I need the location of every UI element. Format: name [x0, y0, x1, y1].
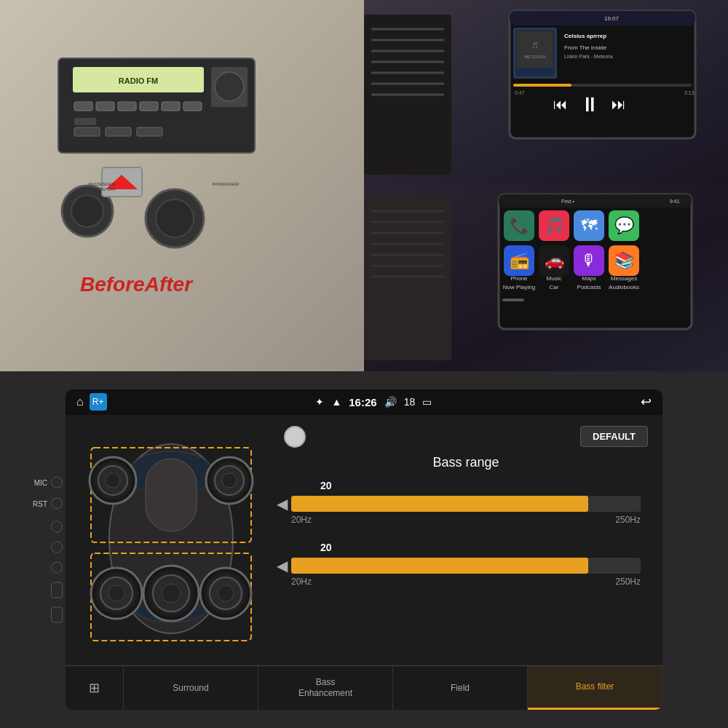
tab-field[interactable]: Field [393, 666, 528, 710]
slider2-min-label: 20Hz [291, 577, 312, 587]
slider1-value: 20 [320, 480, 332, 491]
svg-text:🗺: 🗺 [581, 216, 598, 234]
svg-point-108 [108, 585, 124, 601]
svg-rect-1 [0, 0, 364, 371]
mic-label: MIC [34, 478, 47, 486]
slider1-fill [291, 496, 588, 512]
svg-rect-15 [106, 127, 131, 136]
default-button[interactable]: DEFAULT [580, 426, 648, 447]
svg-text:19:07: 19:07 [604, 15, 620, 22]
tab-bass-enhancement[interactable]: Bass Enhancement [258, 666, 393, 710]
surround-tab-label: Surround [173, 683, 208, 693]
svg-rect-9 [162, 102, 180, 111]
slider2-track-wrapper: ◀ [291, 558, 641, 574]
svg-text:⏸: ⏸ [579, 93, 600, 116]
svg-rect-10 [183, 102, 202, 111]
svg-point-100 [106, 473, 120, 488]
svg-text:🚗: 🚗 [545, 250, 565, 270]
svg-rect-5 [74, 102, 92, 111]
slider2-arrow[interactable]: ◀ [277, 557, 288, 574]
svg-text:📚: 📚 [614, 250, 635, 270]
slider2-max-label: 250Hz [615, 577, 641, 587]
tab-equalizer[interactable]: ⊞ [66, 666, 124, 710]
volume-level: 18 [404, 396, 416, 408]
svg-text:🎵: 🎵 [545, 215, 565, 235]
status-right: ↩ [641, 394, 652, 410]
svg-rect-14 [74, 127, 100, 136]
slider1-track[interactable] [291, 496, 641, 512]
svg-text:RADIO FM: RADIO FM [119, 76, 158, 85]
svg-point-114 [162, 584, 181, 603]
svg-text:PASSENGER: PASSENGER [89, 182, 116, 186]
home-icon: ⌂ [76, 395, 84, 408]
svg-text:BeforeAfter: BeforeAfter [80, 273, 194, 296]
svg-text:💬: 💬 [614, 215, 635, 235]
tab-surround[interactable]: Surround [124, 666, 258, 710]
svg-text:3:13: 3:13 [684, 90, 695, 95]
svg-rect-11 [74, 118, 96, 125]
bottom-nav: ⊞ Surround Bass Enhancement Field [66, 665, 662, 710]
bass-filter-content: DEFAULT Bass range 20 ◀ [269, 415, 662, 665]
svg-text:From The Inside: From The Inside [564, 44, 607, 51]
top-photos-section: RADIO FM [0, 0, 728, 371]
back-button-bezel[interactable] [51, 562, 63, 574]
power-button[interactable] [51, 521, 63, 533]
svg-point-103 [222, 473, 237, 488]
top-controls-row: DEFAULT [284, 426, 648, 448]
svg-text:🎵: 🎵 [531, 41, 539, 49]
tab-bass-filter[interactable]: Bass filter [528, 666, 662, 710]
field-tab-label: Field [451, 683, 470, 693]
svg-text:🎙: 🎙 [581, 251, 597, 269]
svg-rect-93 [502, 298, 524, 301]
slider2-labels: 20Hz 250Hz [291, 577, 641, 587]
status-time: 16:26 [349, 396, 376, 408]
back-icon[interactable]: ↩ [641, 394, 652, 410]
gps-icon: ▲ [331, 396, 341, 408]
vol-down-button[interactable] [51, 607, 63, 623]
car-interior-before: RADIO FM [0, 0, 364, 371]
svg-text:Messages: Messages [611, 275, 637, 282]
svg-text:📞: 📞 [510, 215, 530, 235]
before-photo: RADIO FM [0, 0, 364, 371]
svg-rect-16 [137, 127, 162, 136]
bass-filter-tab-label: Bass filter [576, 681, 614, 692]
slider2-container: 20 ◀ 20Hz 250Hz [284, 543, 648, 587]
svg-point-111 [218, 585, 234, 601]
mic-button[interactable] [51, 477, 63, 488]
slider2-value: 20 [320, 542, 332, 553]
svg-text:Maps: Maps [582, 275, 596, 282]
volume-icon: 🔊 [384, 396, 397, 408]
svg-text:Car: Car [550, 284, 559, 290]
svg-point-20 [156, 199, 194, 237]
status-bar: ⌂ R+ ✦ ▲ 16:26 🔊 18 ▭ ↩ [66, 389, 662, 415]
svg-text:⏮: ⏮ [553, 96, 568, 112]
slider2-track[interactable] [291, 558, 641, 574]
svg-text:Now Playing: Now Playing [503, 284, 535, 290]
bass-range-title: Bass range [284, 455, 648, 470]
slider1-container: 20 ◀ 20Hz 250Hz [284, 481, 648, 525]
slider1-track-wrapper: ◀ [291, 496, 641, 512]
svg-text:Linkin Park - Meteora: Linkin Park - Meteora [564, 54, 613, 59]
after-carplay-photo: Find • 9:41 📞 🎵 🗺 💬 📻 🚗 [364, 186, 728, 371]
svg-text:METEORA: METEORA [524, 55, 546, 59]
svg-point-13 [215, 72, 244, 101]
svg-text:9:41: 9:41 [670, 199, 680, 204]
vol-up-button[interactable] [51, 582, 63, 598]
slider1-labels: 20Hz 250Hz [291, 515, 641, 525]
rst-button[interactable] [51, 498, 63, 510]
slider1-min-label: 20Hz [291, 515, 312, 525]
battery-icon: ▭ [422, 396, 432, 408]
main-content: DEFAULT Bass range 20 ◀ [66, 415, 662, 665]
svg-text:Find •: Find • [561, 199, 575, 204]
slider1-arrow[interactable]: ◀ [277, 495, 288, 513]
equalizer-icon: ⊞ [89, 680, 100, 696]
svg-rect-34 [517, 31, 553, 68]
svg-rect-30 [510, 11, 695, 25]
mode-indicator[interactable] [284, 426, 306, 448]
svg-text:PASSENGER: PASSENGER [213, 182, 240, 186]
home-button[interactable] [51, 542, 63, 553]
svg-text:Phone: Phone [510, 275, 528, 282]
page-container: RADIO FM [0, 0, 728, 728]
svg-rect-104 [146, 459, 197, 531]
svg-rect-8 [140, 102, 158, 111]
